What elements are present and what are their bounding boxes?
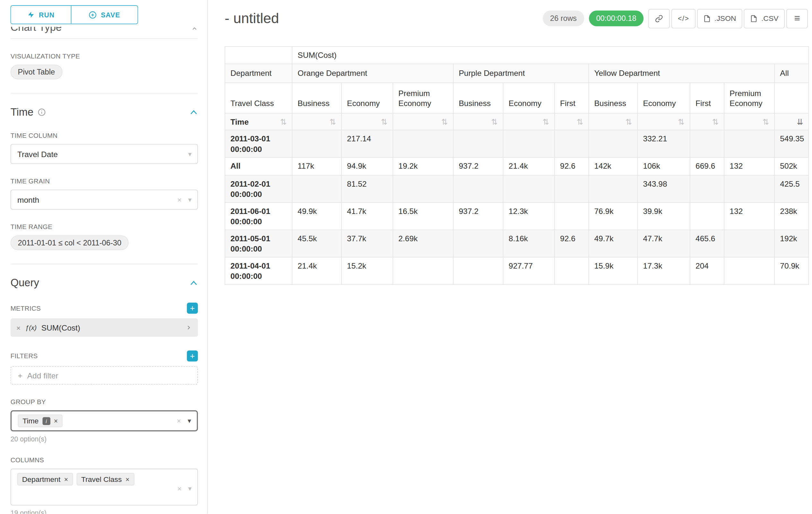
tag-label: Travel Class xyxy=(81,475,122,483)
value-cell: 17.3k xyxy=(637,257,690,285)
embed-code-button[interactable]: </> xyxy=(671,9,696,28)
columns-select[interactable]: Department × Travel Class × × ▾ xyxy=(10,469,198,505)
travel-class-header-row: Travel ClassBusinessEconomyPremium Econo… xyxy=(225,83,809,113)
query-section-header[interactable]: Query xyxy=(10,277,198,289)
chevron-right-icon[interactable] xyxy=(185,324,192,331)
time-section-header[interactable]: Time xyxy=(10,106,198,118)
sort-icon[interactable]: ⇅ xyxy=(576,116,583,127)
file-icon xyxy=(750,15,758,23)
caret-down-icon[interactable]: ▾ xyxy=(188,485,192,493)
table-row: All117k94.9k19.2k937.221.4k92.6142k106k6… xyxy=(225,157,809,175)
sort-header-cell: ⇅ xyxy=(724,113,775,130)
remove-tag-icon[interactable]: × xyxy=(64,475,68,483)
sort-icon[interactable]: ⇅ xyxy=(626,116,632,127)
row-label-cell: All xyxy=(225,157,292,175)
value-cell: 19.2k xyxy=(393,157,453,175)
export-json-button[interactable]: .JSON xyxy=(697,9,742,28)
value-cell xyxy=(393,175,453,202)
sort-icon[interactable]: ⇅ xyxy=(678,116,685,127)
sort-cell-inner: ⇅ xyxy=(459,116,497,127)
columns-label: COLUMNS xyxy=(10,457,198,464)
sort-icon[interactable]: ⇅ xyxy=(491,116,498,127)
export-csv-button[interactable]: .CSV xyxy=(744,9,785,28)
value-cell: 332.21 xyxy=(637,130,690,157)
caret-down-icon[interactable]: ▾ xyxy=(188,150,192,158)
clear-icon[interactable]: × xyxy=(177,485,181,493)
value-cell: 343.98 xyxy=(637,175,690,202)
columns-tag[interactable]: Travel Class × xyxy=(77,473,134,485)
chevron-up-icon[interactable] xyxy=(191,27,198,35)
caret-down-icon[interactable]: ▾ xyxy=(188,196,192,204)
time-column-select[interactable]: Travel Date ▾ xyxy=(10,144,198,164)
pivot-thead: SUM(Cost)DepartmentOrange DepartmentPurp… xyxy=(225,47,809,130)
collapse-chevron-icon[interactable] xyxy=(190,109,198,115)
columns-tag[interactable]: Department × xyxy=(17,473,73,485)
controls-sidebar: RUN SAVE Chart Type VISUALIZATION TYPE P… xyxy=(0,0,208,514)
time-column-label: TIME COLUMN xyxy=(10,132,198,139)
metric-header-cell: SUM(Cost) xyxy=(292,47,809,63)
remove-metric-icon[interactable]: × xyxy=(17,324,21,332)
sort-icon[interactable]: ⇅ xyxy=(381,116,387,127)
metric-item[interactable]: × ƒ(x) SUM(Cost) xyxy=(10,318,198,337)
sort-icon[interactable]: ⇅ xyxy=(329,116,336,127)
tag-label: Department xyxy=(22,475,61,483)
section-divider xyxy=(10,38,198,39)
chart-title[interactable]: - untitled xyxy=(225,10,279,27)
time-axis-cell: Time⇅ xyxy=(225,113,292,130)
table-row: 2011-04-01 00:00:0021.4k15.2k927.7715.9k… xyxy=(225,257,809,285)
sort-icon[interactable]: ⇅ xyxy=(712,116,719,127)
chart-type-heading: Chart Type xyxy=(10,27,62,35)
clear-icon[interactable]: × xyxy=(177,195,181,204)
sort-header-cell: ⇅ xyxy=(393,113,453,130)
viz-type-pill[interactable]: Pivot Table xyxy=(10,64,62,79)
value-cell: 132 xyxy=(724,202,775,230)
value-cell: 15.2k xyxy=(342,257,393,285)
clear-icon[interactable]: × xyxy=(177,417,181,425)
value-cell: 49.7k xyxy=(589,230,637,257)
add-filter-dropzone[interactable]: + Add filter xyxy=(10,366,198,384)
info-icon[interactable]: i xyxy=(42,417,50,425)
remove-tag-icon[interactable]: × xyxy=(54,417,58,425)
value-cell xyxy=(393,130,453,157)
metric-header-row: SUM(Cost) xyxy=(225,47,809,63)
time-column-value: Travel Date xyxy=(17,150,58,158)
run-button[interactable]: RUN xyxy=(11,6,70,24)
query-section-title: Query xyxy=(10,277,39,289)
more-options-button[interactable]: ≡ xyxy=(786,9,808,28)
run-button-label: RUN xyxy=(39,11,55,19)
add-filter-button[interactable]: + xyxy=(187,350,198,361)
value-cell: 937.2 xyxy=(453,157,503,175)
value-cell: 92.6 xyxy=(555,157,589,175)
share-link-button[interactable] xyxy=(648,9,670,28)
sort-icon[interactable]: ⇅ xyxy=(543,116,549,127)
time-grain-select[interactable]: month × ▾ xyxy=(10,190,198,210)
value-cell xyxy=(503,175,555,202)
remove-tag-icon[interactable]: × xyxy=(125,475,129,483)
value-cell xyxy=(724,230,775,257)
travel-class-cell: First xyxy=(555,83,589,113)
group-by-tag[interactable]: Time i × xyxy=(18,414,63,427)
value-cell xyxy=(292,130,342,157)
clipped-section-heading: Chart Type xyxy=(10,27,198,35)
pivot-table: SUM(Cost)DepartmentOrange DepartmentPurp… xyxy=(225,46,809,285)
collapse-chevron-icon[interactable] xyxy=(190,280,198,286)
sort-cell-inner: ⇅ xyxy=(297,116,336,127)
sort-icon[interactable]: ⇅ xyxy=(762,116,769,127)
value-cell: 927.77 xyxy=(503,257,555,285)
save-button[interactable]: SAVE xyxy=(71,6,138,24)
caret-down-icon[interactable]: ▾ xyxy=(188,417,191,425)
add-metric-button[interactable]: + xyxy=(187,303,198,314)
time-range-pill[interactable]: 2011-01-01 ≤ col < 2011-06-30 xyxy=(10,236,129,250)
sort-icon[interactable]: ⇅ xyxy=(280,116,287,127)
time-grain-value: month xyxy=(17,195,39,204)
sort-cell-inner: ⇅ xyxy=(347,116,387,127)
sort-icon[interactable]: ⇅ xyxy=(441,116,448,127)
department-header-row: DepartmentOrange DepartmentPurple Depart… xyxy=(225,63,809,83)
value-cell: 2.69k xyxy=(393,230,453,257)
value-cell: 117k xyxy=(292,157,342,175)
value-cell: 465.6 xyxy=(690,230,724,257)
sort-desc-icon[interactable]: ⇊ xyxy=(796,116,803,127)
department-group-cell: Purple Department xyxy=(453,63,589,83)
group-by-select[interactable]: Time i × × ▾ xyxy=(10,410,198,431)
sort-header-cell: ⇅ xyxy=(342,113,393,130)
